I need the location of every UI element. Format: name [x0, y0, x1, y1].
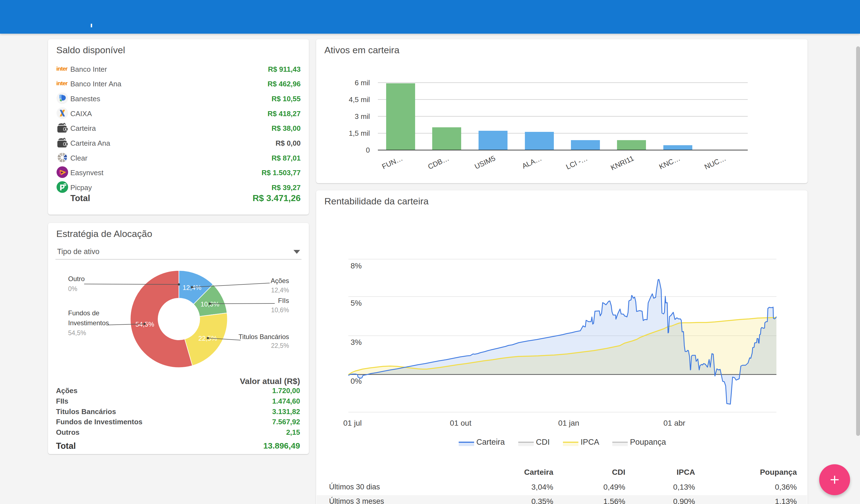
- svg-text:01 out: 01 out: [450, 419, 471, 427]
- svg-text:12,4%: 12,4%: [271, 287, 289, 294]
- svg-text:8%: 8%: [350, 261, 362, 270]
- svg-text:4,5 mil: 4,5 mil: [349, 96, 370, 104]
- svg-text:01 abr: 01 abr: [663, 419, 685, 427]
- svg-text:Ações: Ações: [271, 277, 289, 284]
- svg-text:Outro: Outro: [68, 275, 85, 283]
- svg-text:CDB…: CDB…: [427, 154, 450, 171]
- svg-text:5%: 5%: [350, 299, 362, 307]
- svg-text:ALA…: ALA…: [521, 154, 543, 170]
- svg-text:KNRI11: KNRI11: [609, 154, 635, 172]
- svg-text:LCI -…: LCI -…: [564, 154, 589, 171]
- svg-text:0: 0: [366, 146, 370, 154]
- svg-text:FUN…: FUN…: [381, 154, 404, 171]
- svg-text:FIIs: FIIs: [278, 297, 289, 304]
- svg-text:0%: 0%: [68, 285, 77, 292]
- svg-text:01 jul: 01 jul: [343, 419, 362, 427]
- svg-text:10,6%: 10,6%: [271, 306, 289, 314]
- svg-text:Titulos Bancários: Titulos Bancários: [239, 333, 289, 341]
- svg-text:54,5%: 54,5%: [68, 329, 86, 336]
- svg-text:USIM5: USIM5: [473, 154, 497, 171]
- svg-text:01 jan: 01 jan: [558, 419, 579, 427]
- svg-text:KNC…: KNC…: [658, 154, 682, 171]
- svg-text:NUC…: NUC…: [703, 154, 727, 171]
- svg-text:3 mil: 3 mil: [355, 112, 370, 120]
- svg-text:Investimentos: Investimentos: [68, 319, 109, 327]
- svg-text:3%: 3%: [350, 338, 362, 346]
- svg-text:6 mil: 6 mil: [355, 78, 370, 87]
- svg-text:1,5 mil: 1,5 mil: [349, 129, 370, 138]
- svg-text:Fundos de: Fundos de: [68, 309, 99, 317]
- svg-text:22,5%: 22,5%: [271, 342, 289, 349]
